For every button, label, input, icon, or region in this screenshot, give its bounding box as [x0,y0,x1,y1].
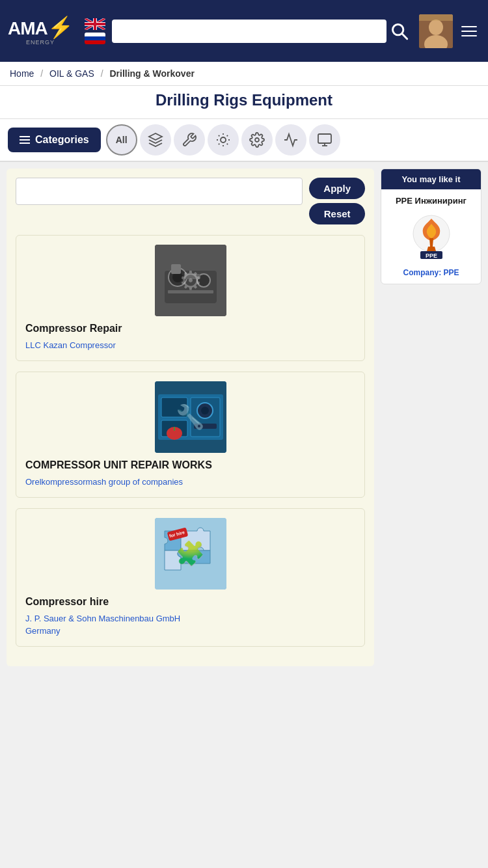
cat-icon-package[interactable] [140,124,171,156]
wrench-icon [182,132,197,148]
svg-rect-17 [318,134,331,143]
search-icon [390,22,409,40]
categories-label: Categories [35,134,89,146]
cat-icon-gear-cog[interactable] [241,124,273,156]
reset-button[interactable]: Reset [309,203,365,224]
svg-point-15 [221,137,226,142]
category-bar: Categories All [0,119,488,162]
svg-rect-8 [85,23,105,25]
filter-buttons: Apply Reset [309,178,365,224]
sidebar-widget-body: PPE Инжиниринг PPE [381,189,481,284]
page-title-area: Drilling Rigs Equipment [0,86,488,119]
main-layout: compressor Apply Reset [0,162,488,673]
svg-point-33 [197,403,213,418]
gear-hands-icon [215,132,231,148]
svg-rect-37 [174,427,175,431]
hamburger-line-1 [461,26,477,27]
hamburger-line-3 [461,35,477,36]
avatar[interactable] [419,14,453,48]
svg-rect-25 [184,274,200,279]
sidebar: You may like it PPE Инжиниринг [381,169,481,666]
product-company-1[interactable]: LLC Kazan Compressor [25,340,355,351]
svg-point-34 [201,407,209,414]
svg-point-12 [429,20,443,35]
logo-area: AMA⚡ ENERGY [8,17,73,46]
breadcrumb-sep-1: / [40,68,43,79]
page-title: Drilling Rigs Equipment [10,91,478,109]
product-card-3: for hire Compressor hire J. P. Sauer & S… [16,508,365,646]
svg-rect-14 [419,14,453,21]
flag-uk[interactable] [85,18,105,30]
product-title-2[interactable]: COMPRESSOR UNIT REPAIR WORKS [25,459,355,471]
apply-button[interactable]: Apply [309,178,365,199]
cat-icon-monitor[interactable] [309,124,340,156]
filter-row: compressor Apply Reset [16,178,365,224]
product-image-2[interactable] [155,381,226,453]
breadcrumb-home[interactable]: Home [10,68,34,79]
product-company-2[interactable]: Orelkompressormash group of companies [25,476,355,488]
product-card-2: COMPRESSOR UNIT REPAIR WORKS Orelkompres… [16,372,365,498]
svg-line-10 [402,34,407,39]
product-card-1: Compressor Repair LLC Kazan Compressor [16,235,365,361]
sidebar-company-label-text: Company: [403,268,441,277]
breadcrumb-sep-2: / [101,68,103,79]
product-title-1[interactable]: Compressor Repair [25,323,355,334]
package-icon [148,132,163,148]
breadcrumb-current: Drilling & Workover [109,68,194,79]
svg-rect-35 [194,424,217,429]
header-search-button[interactable] [386,20,413,43]
cat-icon-signal[interactable] [275,124,306,156]
main-content: compressor Apply Reset [7,169,374,666]
sidebar-company-name[interactable]: PPE Инжиниринг [396,196,467,206]
product-company-3[interactable]: J. P. Sauer & Sohn Maschinenbau GmbH [25,613,355,625]
logo-bolt: ⚡ [47,16,73,39]
svg-rect-26 [168,290,213,293]
logo-text: AMA⚡ [8,17,73,38]
signal-icon [283,132,299,148]
logo-sub: ENERGY [26,39,55,46]
categories-button[interactable]: Categories [8,128,101,152]
cat-icon-all[interactable]: All [106,124,137,156]
sidebar-widget: You may like it PPE Инжиниринг [381,169,481,284]
site-header: AMA⚡ ENERGY [0,0,488,62]
cat-icon-gear-hands[interactable] [208,124,239,156]
product-title-3[interactable]: Compressor hire [25,596,355,608]
product-image-1[interactable] [155,245,226,316]
category-icons-row: All [106,124,480,156]
sidebar-company-label: Company: PPE [403,268,459,277]
compressor-hire-image: for hire [155,518,226,590]
flags-area [85,18,105,44]
flag-russia[interactable] [85,33,105,44]
product-image-3[interactable]: for hire [155,518,226,590]
gear-cog-icon [249,132,265,148]
monitor-icon [317,132,332,148]
compressor-unit-image [155,381,226,453]
svg-point-16 [255,138,259,142]
ppe-logo-image: PPE [402,211,461,263]
svg-rect-27 [171,264,181,274]
svg-rect-30 [161,398,187,417]
hamburger-small-icon [20,136,30,144]
compressor-repair-image [155,245,226,316]
hamburger-menu-button[interactable] [458,23,480,40]
sidebar-widget-title: You may like it [381,169,481,189]
header-search-input[interactable] [112,20,386,43]
cat-all-text: All [116,135,128,145]
sidebar-logo[interactable]: PPE [402,211,461,263]
breadcrumb-oil-gas[interactable]: OIL & GAS [49,68,94,79]
product-image-area-1 [25,245,355,316]
product-image-area-3: for hire [25,518,355,590]
svg-text:PPE: PPE [425,252,437,259]
svg-point-24 [197,274,210,287]
product-image-area-2 [25,381,355,453]
cat-icon-wrench[interactable] [174,124,205,156]
product-company-3-extra: Germany [25,625,355,637]
breadcrumb: Home / OIL & GAS / Drilling & Workover [0,62,488,86]
sidebar-company-value[interactable]: PPE [444,268,459,277]
hamburger-line-2 [461,31,477,32]
header-right [419,14,480,48]
header-search-area [112,20,413,43]
avatar-image [419,14,453,48]
filter-search-input[interactable]: compressor [16,178,303,205]
